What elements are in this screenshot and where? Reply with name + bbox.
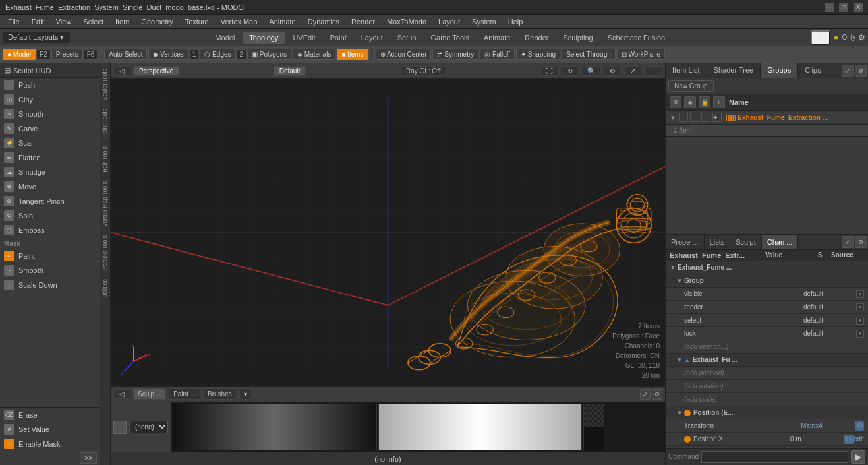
- viewport-nav-back[interactable]: ◁: [113, 66, 130, 76]
- tool-tangent-pinch[interactable]: ⊕ Tangent Pinch: [0, 194, 100, 208]
- items-button[interactable]: ■ Items: [337, 49, 368, 60]
- chan-select-dropdown[interactable]: ▾: [856, 317, 864, 325]
- select-through-button[interactable]: Select Through: [562, 49, 616, 60]
- tab-schematic[interactable]: Schematic Fusion: [601, 32, 672, 44]
- menu-file[interactable]: File: [3, 16, 25, 27]
- command-input[interactable]: [701, 451, 848, 463]
- tool-scar[interactable]: ⚡ Scar: [0, 136, 100, 150]
- tool-mask-smooth[interactable]: ~ Smooth: [0, 263, 100, 278]
- tab-properties[interactable]: Prope ...: [666, 235, 705, 249]
- tab-lists[interactable]: Lists: [705, 235, 731, 249]
- menu-geometry[interactable]: Geometry: [136, 16, 178, 27]
- tab-topology[interactable]: Topology: [243, 32, 285, 44]
- vtab-utilities[interactable]: Utilities: [100, 275, 110, 302]
- tab-setup[interactable]: Setup: [391, 32, 423, 44]
- tab-render[interactable]: Render: [518, 32, 555, 44]
- chan-expand-btn[interactable]: ⤢: [842, 236, 854, 248]
- menu-system[interactable]: System: [467, 16, 502, 27]
- edges-button[interactable]: ⬡ Edges: [200, 49, 235, 60]
- menu-select[interactable]: Select: [78, 16, 109, 27]
- tab-paint-bottom[interactable]: Paint ...: [169, 388, 200, 400]
- expand-group-tri[interactable]: ▼: [676, 277, 683, 284]
- lock-toggle[interactable]: [701, 113, 710, 122]
- tool-push[interactable]: ↑ Push: [0, 78, 100, 92]
- menu-item[interactable]: Item: [110, 16, 134, 27]
- tab-uvedit[interactable]: UVEdit: [286, 32, 322, 44]
- tab-sculpt[interactable]: Sculpt: [730, 235, 762, 249]
- menu-vertexmap[interactable]: Vertex Map: [216, 16, 263, 27]
- close-button[interactable]: ✕: [854, 3, 863, 12]
- chan-visible-dropdown[interactable]: ▾: [856, 290, 864, 298]
- tool-carve[interactable]: ✎ Carve: [0, 121, 100, 136]
- expand-exhaust-tri[interactable]: ▼: [670, 264, 676, 271]
- viewport-search[interactable]: 🔍: [581, 66, 601, 76]
- workplane-button[interactable]: ⊟ WorkPlane: [617, 49, 666, 60]
- tab-shader-tree[interactable]: Shader Tree: [707, 63, 761, 78]
- tool-clay[interactable]: ◫ Clay: [0, 92, 100, 107]
- add-layout-button[interactable]: +: [811, 30, 830, 45]
- vtab-paint-tools[interactable]: Paint Tools: [100, 105, 110, 142]
- tab-brushes-dropdown[interactable]: ▾: [239, 388, 252, 400]
- symmetry-button[interactable]: ⇌ Symmetry: [432, 49, 478, 60]
- action-center-button[interactable]: ⊕ Action Center: [376, 49, 432, 60]
- snapping-button[interactable]: ✦ Snapping: [516, 49, 560, 60]
- tool-smudge[interactable]: ☁ Smudge: [0, 165, 100, 179]
- tab-brushes[interactable]: Brushes: [203, 388, 237, 400]
- tool-mask-scaledown[interactable]: ↓ Scale Down: [0, 278, 100, 292]
- menu-layout[interactable]: Layout: [433, 16, 465, 27]
- tool-mask-paint[interactable]: ✏ Paint: [0, 249, 100, 263]
- layout-preset[interactable]: Default Layouts ▾: [3, 32, 70, 43]
- falloff-button[interactable]: ◎ Falloff: [480, 49, 515, 60]
- tab-sculpting[interactable]: Sculpting: [556, 32, 599, 44]
- chan-pos-x-edit[interactable]: edit: [854, 435, 864, 443]
- tab-item-list[interactable]: Item List: [666, 63, 707, 78]
- viewport-settings[interactable]: ⚙: [604, 66, 622, 76]
- preset-swatch[interactable]: [113, 421, 127, 434]
- menu-help[interactable]: Help: [503, 16, 529, 27]
- viewport-style[interactable]: Default: [274, 66, 306, 76]
- tool-enablemask[interactable]: ✓ Enable Mask: [0, 437, 100, 451]
- viewport-more[interactable]: ⋯: [644, 66, 662, 76]
- chan-render-dropdown[interactable]: ▾: [856, 303, 864, 311]
- tab-groups[interactable]: Groups: [761, 63, 798, 78]
- expand-position-tri[interactable]: ▼: [676, 409, 683, 416]
- auto-select-button[interactable]: Auto Select: [104, 49, 147, 60]
- panel-expand-btn[interactable]: ⤢: [842, 65, 854, 77]
- maximize-button[interactable]: □: [839, 3, 848, 12]
- tool-smooth[interactable]: ~ Smooth: [0, 107, 100, 121]
- tool-setvalue[interactable]: # Set Value: [0, 422, 100, 437]
- tab-clips[interactable]: Clips: [798, 63, 828, 78]
- tab-channels[interactable]: Chan ...: [762, 235, 799, 249]
- vertices-button[interactable]: ◆ Vertices: [148, 49, 188, 60]
- model-mode-button[interactable]: ● Model: [3, 49, 36, 60]
- viewport-expand[interactable]: ⤢: [624, 66, 641, 76]
- vtab-particle-tools[interactable]: Particle Tools: [100, 232, 110, 274]
- gear-icon[interactable]: ⚙: [858, 33, 865, 42]
- render-toggle[interactable]: [690, 113, 699, 122]
- polygons-button[interactable]: ▣ Polygons: [247, 49, 291, 60]
- chan-transform-arrow[interactable]: ⬡: [855, 421, 864, 431]
- menu-view[interactable]: View: [51, 16, 77, 27]
- menu-edit[interactable]: Edit: [26, 16, 49, 27]
- tab-gametools[interactable]: Game Tools: [424, 32, 476, 44]
- vpbottom-settings-btn[interactable]: ⚙: [652, 389, 662, 400]
- panel-settings-btn[interactable]: ⚙: [855, 65, 867, 77]
- vpbottom-expand-btn[interactable]: ⤢: [640, 389, 651, 400]
- menu-dynamics[interactable]: Dynamics: [303, 16, 345, 27]
- tool-move[interactable]: ✥ Move: [0, 179, 100, 194]
- viewport-maximize[interactable]: ⛶: [540, 66, 559, 76]
- preset-dropdown[interactable]: (none): [129, 421, 168, 433]
- presets-button[interactable]: Presets: [51, 49, 83, 60]
- vtab-hair-tools[interactable]: Hair Tools: [100, 142, 110, 177]
- command-exec-button[interactable]: ▶: [851, 450, 865, 464]
- plus-toggle[interactable]: +: [712, 113, 722, 122]
- eye-toggle[interactable]: [679, 113, 688, 122]
- tool-emboss[interactable]: ⬡ Emboss: [0, 223, 100, 237]
- chan-pos-x-arrow[interactable]: ⬡: [844, 435, 854, 444]
- viewport-perspective[interactable]: Perspective: [133, 66, 179, 76]
- collapse-sidebar-button[interactable]: >>: [80, 452, 97, 464]
- tab-paint[interactable]: Paint: [324, 32, 353, 44]
- tool-flatten[interactable]: ═ Flatten: [0, 150, 100, 165]
- expand-exhaustfu-tri[interactable]: ▼: [676, 356, 683, 363]
- vp-back-button[interactable]: ◁: [113, 389, 130, 399]
